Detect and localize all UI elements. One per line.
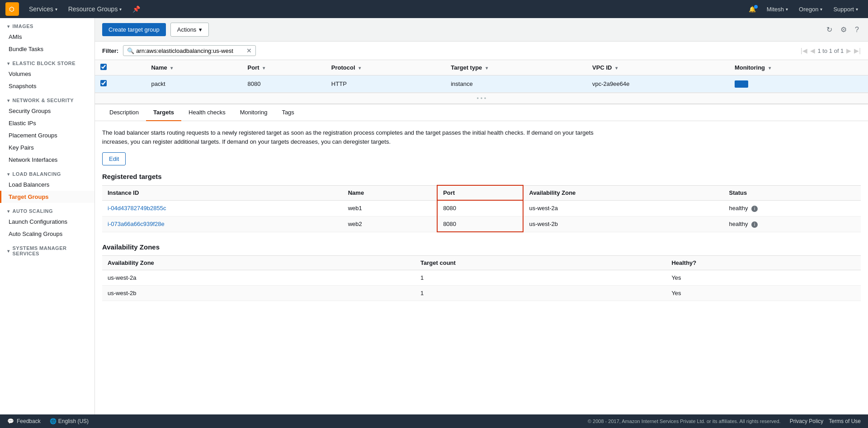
last-page-button[interactable]: ▶| bbox=[854, 47, 861, 54]
sidebar-item-key-pairs[interactable]: Key Pairs bbox=[0, 141, 94, 154]
sidebar-item-launch-configurations[interactable]: Launch Configurations bbox=[0, 216, 94, 228]
cell-target-type: instance bbox=[445, 75, 587, 93]
sidebar-item-volumes[interactable]: Volumes bbox=[0, 68, 94, 80]
cell-instance-id-2[interactable]: i-073a66a66c939f28e bbox=[102, 216, 343, 232]
resource-groups-menu[interactable]: Resource Groups ▾ bbox=[64, 4, 127, 14]
bottom-bar: 💬 Feedback 🌐 English (US) © 2008 - 2017,… bbox=[0, 414, 868, 428]
sidebar-item-auto-scaling-groups[interactable]: Auto Scaling Groups bbox=[0, 228, 94, 240]
cell-monitoring bbox=[729, 75, 868, 93]
protocol-sort-icon: ▾ bbox=[359, 66, 361, 71]
tab-tags[interactable]: Tags bbox=[274, 104, 301, 121]
support-menu[interactable]: Support ▾ bbox=[829, 4, 863, 14]
vpc-sort-icon: ▾ bbox=[615, 66, 618, 71]
tab-description[interactable]: Description bbox=[102, 104, 146, 121]
notifications-button[interactable]: 🔔 bbox=[744, 4, 760, 14]
support-arrow-icon: ▾ bbox=[856, 7, 858, 12]
prev-page-button[interactable]: ◀ bbox=[810, 47, 815, 54]
refresh-button[interactable]: ↻ bbox=[825, 24, 834, 36]
next-page-button[interactable]: ▶ bbox=[846, 47, 851, 54]
cell-status-2: healthy i bbox=[724, 216, 861, 232]
settings-button[interactable]: ⚙ bbox=[839, 24, 849, 36]
pin-button[interactable]: 📌 bbox=[128, 4, 145, 14]
sidebar-item-security-groups[interactable]: Security Groups bbox=[0, 105, 94, 117]
status-info-icon-1[interactable]: i bbox=[751, 206, 758, 212]
sidebar-item-bundle-tasks[interactable]: Bundle Tasks bbox=[0, 43, 94, 55]
language-button[interactable]: 🌐 English (US) bbox=[50, 418, 89, 424]
sidebar-item-placement-groups[interactable]: Placement Groups bbox=[0, 129, 94, 141]
status-info-icon-2[interactable]: i bbox=[751, 221, 758, 228]
cell-az-zone-1: us-west-2a bbox=[102, 270, 415, 286]
feedback-button[interactable]: 💬 Feedback bbox=[7, 418, 41, 424]
settings-icon: ⚙ bbox=[840, 26, 847, 33]
filter-label: Filter: bbox=[102, 47, 118, 54]
sidebar-item-load-balancers[interactable]: Load Balancers bbox=[0, 179, 94, 191]
collapse-as-icon[interactable]: ▾ bbox=[7, 209, 10, 214]
col-protocol[interactable]: Protocol ▾ bbox=[326, 60, 445, 75]
availability-zones-table: Availability Zone Target count Healthy? … bbox=[102, 255, 861, 301]
col-name[interactable]: Name ▾ bbox=[146, 60, 242, 75]
tab-health-checks[interactable]: Health checks bbox=[181, 104, 233, 121]
collapse-lb-icon[interactable]: ▾ bbox=[7, 172, 10, 177]
notification-dot bbox=[754, 5, 758, 9]
collapse-ebs-icon[interactable]: ▾ bbox=[7, 61, 10, 66]
sidebar-item-elastic-ips[interactable]: Elastic IPs bbox=[0, 117, 94, 129]
terms-of-use-link[interactable]: Terms of Use bbox=[829, 418, 861, 424]
cell-port-1: 8080 bbox=[437, 200, 523, 216]
main-table-wrap: Name ▾ Port ▾ Protocol ▾ Target type ▾ V… bbox=[95, 60, 868, 93]
main-table: Name ▾ Port ▾ Protocol ▾ Target type ▾ V… bbox=[95, 60, 868, 93]
sidebar-item-snapshots[interactable]: Snapshots bbox=[0, 80, 94, 92]
col-port[interactable]: Port ▾ bbox=[242, 60, 326, 75]
help-icon: ? bbox=[855, 26, 859, 33]
sidebar: ◀ ▾ IMAGES AMIs Bundle Tasks ▾ ELASTIC B… bbox=[0, 18, 95, 414]
col-monitoring[interactable]: Monitoring ▾ bbox=[729, 60, 868, 75]
filter-input[interactable] bbox=[136, 47, 245, 54]
tab-monitoring[interactable]: Monitoring bbox=[233, 104, 275, 121]
sidebar-section-systems-manager: ▾ SYSTEMS MANAGER SERVICES bbox=[0, 240, 94, 258]
sidebar-item-network-interfaces[interactable]: Network Interfaces bbox=[0, 154, 94, 166]
services-arrow-icon: ▾ bbox=[55, 7, 57, 12]
col-vpc-id[interactable]: VPC ID ▾ bbox=[587, 60, 729, 75]
registered-targets-table: Instance ID Name Port Availability Zone … bbox=[102, 185, 861, 232]
aws-logo: ⬡ bbox=[5, 2, 19, 16]
cell-name-1: web1 bbox=[343, 200, 437, 216]
col-target-type[interactable]: Target type ▾ bbox=[445, 60, 587, 75]
sidebar-section-auto-scaling: ▾ AUTO SCALING bbox=[0, 203, 94, 216]
cell-name: packt bbox=[146, 75, 242, 93]
cell-instance-id-1[interactable]: i-04d43782749b2855c bbox=[102, 200, 343, 216]
user-menu[interactable]: Mitesh ▾ bbox=[762, 4, 793, 14]
region-arrow-icon: ▾ bbox=[820, 7, 822, 12]
registered-targets-title: Registered targets bbox=[102, 173, 861, 180]
globe-icon: 🌐 bbox=[50, 418, 57, 424]
first-page-button[interactable]: |◀ bbox=[801, 47, 807, 54]
cell-az-healthy-1: Yes bbox=[666, 270, 861, 286]
az-col-zone: Availability Zone bbox=[102, 256, 415, 270]
sidebar-item-amis[interactable]: AMIs bbox=[0, 31, 94, 43]
edit-button[interactable]: Edit bbox=[102, 152, 126, 165]
sidebar-collapse-button[interactable]: ◀ bbox=[94, 207, 95, 226]
cell-az-count-2: 1 bbox=[415, 286, 666, 301]
collapse-images-icon[interactable]: ▾ bbox=[7, 24, 10, 29]
collapse-network-icon[interactable]: ▾ bbox=[7, 98, 10, 103]
toolbar: Create target group Actions ▾ ↻ ⚙ ? bbox=[95, 18, 868, 42]
sidebar-item-target-groups[interactable]: Target Groups bbox=[0, 191, 94, 203]
privacy-policy-link[interactable]: Privacy Policy bbox=[790, 418, 824, 424]
monitoring-bar bbox=[735, 80, 748, 88]
actions-button[interactable]: Actions ▾ bbox=[170, 23, 209, 37]
services-menu[interactable]: Services ▾ bbox=[24, 4, 62, 14]
table-row: i-04d43782749b2855c web1 8080 us-west-2a… bbox=[102, 200, 861, 216]
cell-name-2: web2 bbox=[343, 216, 437, 232]
row-checkbox[interactable] bbox=[100, 80, 107, 86]
help-button[interactable]: ? bbox=[853, 24, 861, 36]
copyright-text: © 2008 - 2017, Amazon Internet Services … bbox=[588, 419, 781, 424]
refresh-icon: ↻ bbox=[826, 26, 832, 33]
region-menu[interactable]: Oregon ▾ bbox=[794, 4, 827, 14]
create-target-group-button[interactable]: Create target group bbox=[102, 23, 166, 36]
table-row[interactable]: packt 8080 HTTP instance vpc-2a9ee64e bbox=[95, 75, 868, 93]
select-all-checkbox[interactable] bbox=[100, 64, 107, 70]
port-sort-icon: ▾ bbox=[263, 66, 265, 71]
collapse-sm-icon[interactable]: ▾ bbox=[7, 249, 10, 254]
filter-clear-button[interactable]: ✕ bbox=[246, 47, 252, 54]
cell-status-1: healthy i bbox=[724, 200, 861, 216]
actions-arrow-icon: ▾ bbox=[199, 26, 202, 33]
tab-targets[interactable]: Targets bbox=[146, 104, 181, 121]
